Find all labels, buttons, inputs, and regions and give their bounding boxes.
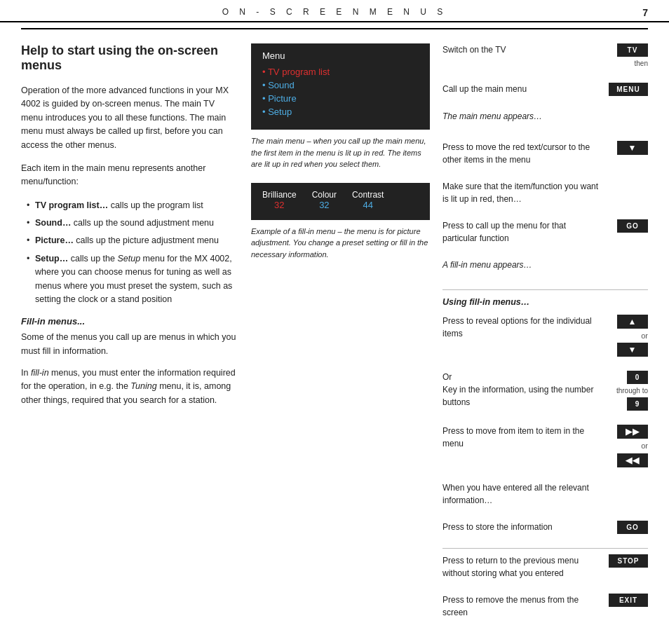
each-item-text: Each item in the main menu represents an… <box>21 162 238 189</box>
step-switch-on: Switch on the TV TV then <box>442 43 648 76</box>
step-key-numbers: OrKey in the information, using the numb… <box>442 371 648 418</box>
step-remove-menus-text: Press to remove the menus from the scree… <box>442 594 606 619</box>
step-key-numbers-btn: 0 through to 9 <box>606 371 648 411</box>
through-to-label: through to <box>616 385 648 396</box>
page-title: Help to start using the on-screen menus <box>21 43 238 73</box>
list-item: Picture… calls up the picture adjustment… <box>28 234 238 247</box>
number-9-button: 9 <box>627 397 648 411</box>
menu-item-setup: • Setup <box>262 107 419 117</box>
page-number: 7 <box>642 7 648 18</box>
down-arrow-button-2: ▼ <box>617 343 648 357</box>
step-move-item-text: Press to move from item to item in the m… <box>442 425 606 450</box>
step-store-btn: GO <box>606 521 648 534</box>
menu-button: MENU <box>609 83 648 96</box>
intro-text: Operation of the more advanced functions… <box>21 84 238 152</box>
fillin-value-contrast: 44 <box>363 200 372 210</box>
menu-illustration: Menu • TV program list • Sound • Picture… <box>251 43 430 130</box>
or-label-1: or <box>641 330 648 342</box>
up-arrow-button: ▲ <box>617 315 648 329</box>
tv-button: TV <box>617 43 648 57</box>
step-move-cursor-text: Press to move the red text/cursor to the… <box>442 141 606 166</box>
fillin-label-brilliance: Brilliance <box>262 190 297 200</box>
main-content: Help to start using the on-screen menus … <box>0 29 669 637</box>
step-reveal-options-text: Press to reveal options for the individu… <box>442 315 606 340</box>
menu-item-tvlist: • TV program list <box>262 67 419 77</box>
step-when-entered: When you have entered all the relevant i… <box>442 481 648 514</box>
step-call-menu: Call up the main menu MENU <box>442 83 648 103</box>
number-0-button: 0 <box>627 371 648 384</box>
fillin-detail: In fill-in menus, you must enter the inf… <box>21 366 238 407</box>
list-item: TV program list… calls up the program li… <box>28 199 238 212</box>
fillin-heading: Fill-in menus... <box>21 316 238 327</box>
header-title: O N - S C R E E N M E N U S <box>222 7 447 17</box>
step-remove-menus-btn: EXIT <box>606 594 648 607</box>
fillin-label-colour: Colour <box>312 190 337 200</box>
step-move-item-btn: ▶▶ or ◀◀ <box>606 425 648 467</box>
step-when-entered-text: When you have entered all the relevant i… <box>442 481 606 507</box>
step-switch-on-text: Switch on the TV <box>442 43 606 56</box>
fast-forward-button: ▶▶ <box>617 425 648 439</box>
step-move-cursor-btn: ▼ <box>606 141 648 155</box>
step-make-sure-text: Make sure that the item/function you wan… <box>442 180 606 205</box>
step-fillin-appears-text: A fill-in menu appears… <box>442 259 606 271</box>
step-move-item: Press to move from item to item in the m… <box>442 425 648 474</box>
or-label-2: or <box>641 440 648 452</box>
fillin-col-contrast: Contrast 44 <box>352 190 384 210</box>
divider-2 <box>442 548 648 549</box>
step-menu-appears-text: The main menu appears… <box>442 110 606 123</box>
bullet-list: TV program list… calls up the program li… <box>21 199 238 307</box>
menu-caption: The main menu – when you call up the mai… <box>251 135 430 170</box>
menu-item-sound: • Sound <box>262 80 419 90</box>
divider-1 <box>442 289 648 290</box>
step-return-previous-text: Press to return to the previous menu wit… <box>442 554 606 580</box>
stop-button: STOP <box>609 554 648 568</box>
step-menu-appears: The main menu appears… <box>442 110 648 134</box>
menu-item-picture: • Picture <box>262 93 419 104</box>
list-item: Sound… calls up the sound adjustment men… <box>28 217 238 230</box>
step-call-menu-text: Call up the main menu <box>442 83 606 95</box>
step-call-menu-btn: MENU <box>606 83 648 96</box>
middle-column: Menu • TV program list • Sound • Picture… <box>251 43 430 623</box>
fillin-col-colour: Colour 32 <box>312 190 337 210</box>
fillin-illustration: Brilliance 32 Colour 32 Contrast 44 <box>251 183 430 220</box>
step-fillin-appears: A fill-in menu appears… <box>442 259 648 282</box>
step-press-go-text: Press to call up the menu for that parti… <box>442 219 606 245</box>
list-item: Setup… calls up the Setup menu for the M… <box>28 252 238 307</box>
fillin-label-contrast: Contrast <box>352 190 384 200</box>
step-press-go-btn: GO <box>606 219 648 233</box>
then-label: then <box>635 58 648 69</box>
step-switch-on-btn: TV then <box>606 43 648 69</box>
go-button-2: GO <box>617 521 648 534</box>
step-move-cursor: Press to move the red text/cursor to the… <box>442 141 648 173</box>
step-press-go: Press to call up the menu for that parti… <box>442 219 648 252</box>
step-store: Press to store the information GO <box>442 521 648 541</box>
menu-box-title: Menu <box>262 50 419 61</box>
down-arrow-button: ▼ <box>617 141 648 155</box>
fillin-row: Brilliance 32 Colour 32 Contrast 44 <box>262 190 419 210</box>
step-return-previous-btn: STOP <box>606 554 648 568</box>
step-reveal-options: Press to reveal options for the individu… <box>442 315 648 364</box>
exit-button: EXIT <box>609 594 648 607</box>
fillin-col-brilliance: Brilliance 32 <box>262 190 297 210</box>
step-reveal-options-btn: ▲ or ▼ <box>606 315 648 357</box>
using-fillin-heading: Using fill-in menus… <box>442 296 648 309</box>
step-key-numbers-text: OrKey in the information, using the numb… <box>442 371 606 409</box>
rewind-button: ◀◀ <box>617 453 648 467</box>
fillin-caption: Example of a fill-in menu – the menu is … <box>251 226 430 261</box>
step-return-previous: Press to return to the previous menu wit… <box>442 554 648 587</box>
right-column: Switch on the TV TV then Call up the mai… <box>442 43 648 623</box>
go-button-1: GO <box>617 219 648 233</box>
fillin-intro: Some of the menus you call up are menus … <box>21 331 238 358</box>
step-remove-menus: Press to remove the menus from the scree… <box>442 594 648 626</box>
fillin-value-colour: 32 <box>319 200 329 210</box>
page-header: O N - S C R E E N M E N U S 7 <box>0 0 669 22</box>
step-make-sure: Make sure that the item/function you wan… <box>442 180 648 212</box>
left-column: Help to start using the on-screen menus … <box>21 43 238 623</box>
step-store-text: Press to store the information <box>442 521 606 533</box>
fillin-value-brilliance: 32 <box>274 200 284 210</box>
